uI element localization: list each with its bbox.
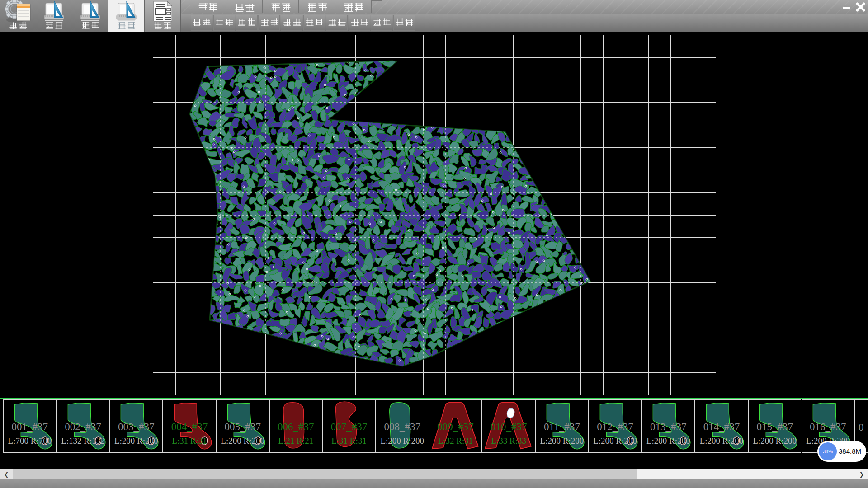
svg-text:0: 0 (859, 422, 864, 433)
